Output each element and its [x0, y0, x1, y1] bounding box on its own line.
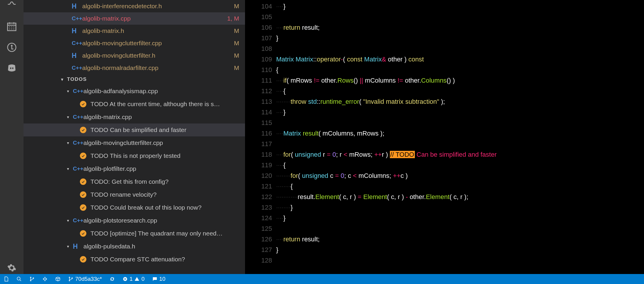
- todo-item[interactable]: TODO Compare STC attenuation?: [24, 253, 245, 266]
- todo-file-name: algolib-movingclutterfilter.cpp: [83, 139, 163, 146]
- status-package-icon[interactable]: [55, 276, 61, 282]
- todo-file-group[interactable]: ▾C++algolib-matrix.cpp: [24, 111, 245, 123]
- section-title: TODOS: [67, 76, 87, 82]
- activity-bar: [0, 0, 24, 274]
- check-icon: [80, 127, 86, 133]
- svg-line-23: [46, 280, 47, 280]
- scm-badge: M: [234, 3, 239, 10]
- section-header-todos[interactable]: ▾ TODOS: [24, 74, 245, 85]
- chevron-down-icon: ▾: [67, 218, 73, 223]
- activity-icon-discord[interactable]: [7, 63, 17, 75]
- scm-badge: M: [234, 40, 239, 47]
- todo-text: TODO At the current time, although there…: [90, 101, 220, 108]
- todo-item[interactable]: TODO Could break out of this loop now?: [24, 201, 245, 214]
- check-icon: [80, 153, 86, 159]
- code-area[interactable]: ····}····return result;}Matrix Matrix::o…: [276, 0, 497, 274]
- scm-badge: M: [234, 27, 239, 34]
- todo-file-group[interactable]: ▾C++algolib-movingclutterfilter.cpp: [24, 136, 245, 149]
- todo-item[interactable]: TODO At the current time, although there…: [24, 98, 245, 111]
- svg-point-11: [11, 45, 13, 47]
- activity-icon-calendar[interactable]: [7, 21, 17, 33]
- todo-item[interactable]: TODO Can be simplified and faster: [24, 123, 245, 136]
- branch-name: 70d5a33c*: [75, 276, 102, 282]
- status-comments[interactable]: 10: [152, 276, 165, 282]
- scm-badge: M: [234, 52, 239, 59]
- check-icon: [80, 230, 86, 237]
- editor[interactable]: 1041051061071081091101111121131141151161…: [245, 0, 644, 274]
- activity-icon-git[interactable]: [7, 1, 16, 12]
- todo-text: TODO [optimize] The quadrant may only ne…: [90, 230, 223, 237]
- status-branch-icon[interactable]: [29, 276, 35, 282]
- status-sync-icon[interactable]: [110, 276, 115, 282]
- svg-point-8: [11, 29, 12, 29]
- h-file-icon: H: [72, 52, 82, 60]
- svg-point-9: [14, 29, 14, 29]
- chevron-down-icon: ▾: [61, 77, 67, 82]
- svg-line-21: [46, 278, 47, 279]
- cpp-file-icon: C++: [73, 217, 83, 224]
- check-icon: [80, 191, 86, 198]
- todo-file-group[interactable]: ▾C++algolib-adfanalysismap.cpp: [24, 85, 245, 98]
- todo-tag: // TODO: [390, 151, 415, 158]
- todo-file-name: algolib-adfanalysismap.cpp: [83, 88, 158, 95]
- status-debug-icon[interactable]: [42, 276, 48, 282]
- file-name: algolib-movingclutterfilter.h: [82, 52, 234, 59]
- file-row[interactable]: Halgolib-matrix.hM: [24, 25, 245, 37]
- h-file-icon: H: [73, 243, 83, 250]
- file-row[interactable]: C++algolib-matrix.cpp1, M: [24, 12, 245, 25]
- todo-item[interactable]: TODO: Get this from config?: [24, 175, 245, 188]
- check-icon: [80, 256, 86, 263]
- file-name: algolib-matrix.cpp: [82, 15, 227, 22]
- file-name: algolib-interferencedetector.h: [82, 3, 234, 10]
- sidebar: Halgolib-interferencedetector.hMC++algol…: [24, 0, 245, 274]
- error-count: 1: [130, 276, 133, 282]
- file-row[interactable]: Halgolib-interferencedetector.hM: [24, 0, 245, 12]
- svg-point-25: [69, 280, 70, 281]
- svg-point-15: [30, 280, 31, 281]
- todo-text: TODO Can be simplified and faster: [90, 126, 186, 133]
- file-row[interactable]: Halgolib-movingclutterfilter.hM: [24, 49, 245, 62]
- todo-text: TODO Could break out of this loop now?: [90, 204, 202, 211]
- todo-file-group[interactable]: ▾C++algolib-plotstoresearch.cpp: [24, 214, 245, 227]
- todo-text: TODO Compare STC attenuation?: [90, 256, 185, 263]
- cpp-file-icon: C++: [72, 40, 82, 46]
- check-icon: [80, 101, 86, 107]
- activity-icon-settings[interactable]: [7, 263, 16, 274]
- svg-point-6: [14, 26, 14, 27]
- file-row[interactable]: C++algolib-movingclutterfilter.cppM: [24, 37, 245, 49]
- check-icon: [80, 204, 86, 211]
- svg-point-4: [9, 26, 10, 27]
- svg-line-20: [43, 278, 44, 279]
- todo-item[interactable]: TODO This is not properly tested: [24, 149, 245, 162]
- warning-count: 0: [141, 276, 145, 282]
- svg-point-12: [17, 277, 20, 280]
- todo-file-name: algolib-pulsedata.h: [83, 243, 135, 250]
- svg-point-7: [9, 29, 10, 29]
- cpp-file-icon: C++: [72, 65, 82, 71]
- scm-badge: 1, M: [227, 15, 239, 22]
- scm-badge: M: [234, 64, 239, 71]
- chevron-down-icon: ▾: [67, 89, 73, 93]
- todo-file-name: algolib-plotstoresearch.cpp: [83, 217, 157, 224]
- todo-file-group[interactable]: ▾Halgolib-pulsedata.h: [24, 240, 245, 253]
- svg-point-24: [69, 277, 70, 278]
- todo-file-name: algolib-matrix.cpp: [83, 113, 132, 121]
- svg-point-17: [44, 278, 46, 280]
- todo-file-group[interactable]: ▾C++algolib-plotfilter.cpp: [24, 162, 245, 175]
- chevron-down-icon: ▾: [67, 115, 73, 119]
- cpp-file-icon: C++: [73, 166, 83, 172]
- todo-item[interactable]: TODO rename velocity?: [24, 188, 245, 201]
- file-row[interactable]: C++algolib-normalradarfilter.cppM: [24, 62, 245, 74]
- status-problems[interactable]: 1 0: [123, 276, 145, 282]
- svg-point-5: [11, 26, 12, 27]
- todo-file-name: algolib-plotfilter.cpp: [83, 165, 136, 172]
- todo-item[interactable]: TODO [optimize] The quadrant may only ne…: [24, 227, 245, 240]
- cpp-file-icon: C++: [73, 114, 83, 120]
- status-branch[interactable]: 70d5a33c*: [68, 276, 102, 282]
- status-search-icon[interactable]: [16, 276, 22, 282]
- status-bar: 70d5a33c* 1 0 10: [0, 274, 644, 284]
- status-file-icon[interactable]: [4, 276, 9, 282]
- activity-icon-gitlens[interactable]: [7, 42, 17, 54]
- svg-line-13: [20, 280, 21, 281]
- svg-line-22: [43, 280, 44, 280]
